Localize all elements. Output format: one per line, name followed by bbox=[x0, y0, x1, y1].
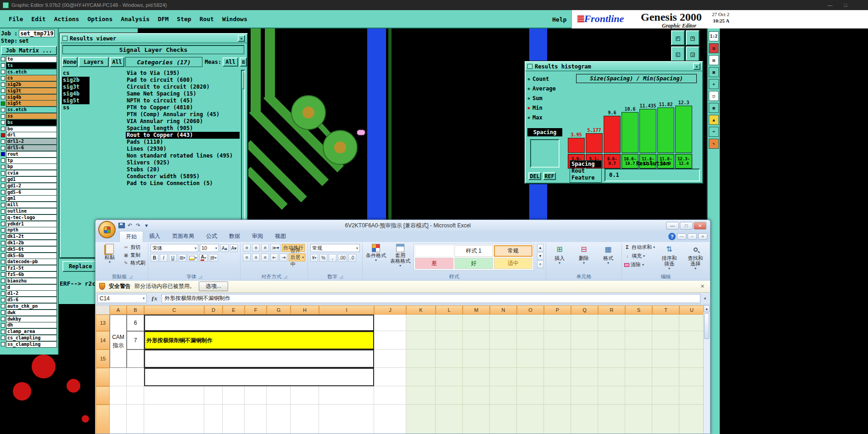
font-name-combo[interactable]: 宋体▾ bbox=[151, 244, 198, 252]
gallery-up-icon[interactable]: ▲ bbox=[537, 244, 543, 252]
excel-maximize-button[interactable]: □ bbox=[680, 222, 693, 230]
layer-checkbox[interactable] bbox=[1, 304, 5, 308]
cell[interactable] bbox=[110, 405, 127, 434]
cell[interactable] bbox=[204, 386, 223, 405]
clear-button[interactable]: 清除▾ bbox=[624, 261, 655, 268]
layer-row-bo[interactable]: bo bbox=[1, 126, 57, 132]
layer-row-sig3t[interactable]: sig3t bbox=[1, 88, 57, 94]
cell[interactable] bbox=[319, 405, 374, 434]
column-header-C[interactable]: C bbox=[144, 305, 204, 315]
cut-button[interactable]: ✂剪切 bbox=[123, 244, 146, 251]
layer-row-clamp_area[interactable]: clamp_area bbox=[1, 328, 57, 335]
insert-function-icon[interactable]: ƒx bbox=[148, 295, 160, 302]
layer-checkbox[interactable] bbox=[1, 222, 5, 226]
layer-row-dk5-6b[interactable]: dk5-6b bbox=[1, 253, 57, 259]
rv-scrollbar-thumb[interactable] bbox=[242, 72, 244, 89]
cell[interactable] bbox=[598, 386, 625, 405]
menu-item-file[interactable]: File bbox=[5, 16, 27, 23]
rv-category-10[interactable]: Pads (1110) bbox=[126, 139, 240, 146]
cell[interactable] bbox=[267, 386, 291, 405]
ref-button[interactable]: REF bbox=[543, 172, 556, 180]
font-dialog-launcher[interactable]: ◿ bbox=[199, 275, 202, 279]
layer-row-dh[interactable]: dh bbox=[1, 322, 57, 328]
histogram-bar[interactable]: 11.435 bbox=[639, 103, 656, 153]
layer-row-dk5-6t[interactable]: dk5-6t bbox=[1, 246, 57, 253]
layer-row-biaozhu[interactable]: biaozhu bbox=[1, 278, 57, 284]
excel-window[interactable]: ↶ ↷ ▾ 6V2KT0F6A0-预审指示 [兼容模式] - Microsoft… bbox=[95, 220, 711, 434]
column-header-O[interactable]: O bbox=[517, 305, 544, 315]
cell[interactable] bbox=[110, 386, 127, 405]
percent-style-button[interactable]: % bbox=[319, 254, 327, 262]
ribbon-tab-5[interactable]: 审阅 bbox=[246, 231, 269, 242]
rv-category-11[interactable]: Lines (2930) bbox=[126, 146, 240, 152]
cell[interactable] bbox=[291, 405, 319, 434]
rv-layer-sig2b[interactable]: sig2b bbox=[62, 77, 90, 84]
column-header-E[interactable]: E bbox=[223, 305, 245, 315]
layer-row-d1-2[interactable]: d1-2 bbox=[1, 290, 57, 297]
layer-row-sig5t[interactable]: sig5t bbox=[1, 101, 57, 107]
qat-dropdown-icon[interactable]: ▾ bbox=[143, 222, 150, 229]
job-name-field[interactable]: set_tmp719 bbox=[19, 30, 55, 37]
layer-checkbox[interactable] bbox=[1, 285, 5, 289]
cell[interactable] bbox=[598, 315, 625, 331]
style-gallery-item-4[interactable]: 适中 bbox=[494, 258, 532, 269]
layer-row-sig4b[interactable]: sig4b bbox=[1, 94, 57, 101]
cell[interactable] bbox=[127, 386, 144, 405]
cell[interactable] bbox=[517, 315, 544, 331]
layer-row-gd5-6[interactable]: gd5-6 bbox=[1, 189, 57, 196]
layer-row-rout[interactable]: rout bbox=[1, 151, 57, 158]
insert-cells-button[interactable]: ⊞插入▾ bbox=[549, 244, 571, 265]
rv-category-9[interactable]: Rout to Copper (443) bbox=[126, 132, 240, 139]
align-middle-icon[interactable]: ≡ bbox=[252, 244, 260, 252]
row-header-x3[interactable] bbox=[96, 368, 110, 386]
layer-checkbox[interactable] bbox=[1, 133, 5, 137]
layer-checkbox[interactable] bbox=[1, 171, 5, 175]
layer-row-drl1-2[interactable]: drl1-2 bbox=[1, 138, 57, 145]
resolution-value-field[interactable]: 0.1 bbox=[605, 169, 700, 181]
ribbon-tab-1[interactable]: 插入 bbox=[143, 231, 166, 242]
clipboard-dialog-launcher[interactable]: ◿ bbox=[129, 275, 133, 279]
cascade-windows-icon[interactable]: ◱ bbox=[671, 46, 685, 62]
fill-color-button[interactable]: ▾ bbox=[188, 254, 198, 262]
menu-item-edit[interactable]: Edit bbox=[27, 16, 50, 23]
cell[interactable] bbox=[374, 386, 406, 405]
histogram-bar[interactable]: 11.82 bbox=[657, 102, 674, 153]
decrease-indent-icon[interactable]: ⇤ bbox=[270, 254, 278, 261]
column-header-K[interactable]: K bbox=[406, 305, 436, 315]
cell[interactable] bbox=[127, 368, 144, 386]
cell[interactable] bbox=[598, 331, 625, 349]
layer-checkbox[interactable] bbox=[1, 152, 5, 156]
style-gallery-item-3[interactable]: 好 bbox=[454, 258, 493, 269]
cell[interactable] bbox=[463, 315, 490, 331]
menu-item-analysis[interactable]: Analysis bbox=[117, 16, 154, 23]
all-button[interactable]: All bbox=[110, 57, 124, 67]
cell[interactable] bbox=[144, 386, 204, 405]
cell[interactable] bbox=[267, 405, 291, 434]
cell[interactable] bbox=[245, 386, 267, 405]
cell[interactable] bbox=[463, 405, 490, 434]
histogram-bar[interactable]: 9.6 bbox=[604, 110, 621, 153]
cell[interactable] bbox=[571, 315, 598, 331]
format-cells-button[interactable]: ▦格式▾ bbox=[597, 244, 619, 265]
cell[interactable] bbox=[625, 386, 652, 405]
workbook-minimize-icon[interactable]: — bbox=[677, 233, 686, 240]
cell[interactable] bbox=[436, 331, 463, 349]
layer-checkbox[interactable] bbox=[1, 203, 5, 207]
tile-vertical-icon[interactable]: ◳ bbox=[686, 30, 700, 45]
menu-item-step[interactable]: Step bbox=[173, 16, 195, 23]
rv-category-2[interactable]: Circuit to circuit (2020) bbox=[126, 84, 240, 90]
layer-row-d5-6[interactable]: d5-6 bbox=[1, 297, 57, 303]
layer-checkbox[interactable] bbox=[1, 330, 5, 334]
rv-category-3[interactable]: Same Net Spacing (15) bbox=[126, 90, 240, 97]
layer-checkbox[interactable] bbox=[1, 272, 5, 276]
layer-checkbox[interactable] bbox=[1, 260, 5, 264]
histogram-titlebar[interactable]: Results histogram ✕ bbox=[526, 62, 702, 71]
help-icon[interactable]: ? bbox=[668, 233, 676, 240]
cell[interactable] bbox=[374, 315, 406, 331]
layer-checkbox[interactable] bbox=[1, 57, 5, 61]
row-header-14[interactable]: 14 bbox=[96, 331, 110, 349]
increase-indent-icon[interactable]: ⇥ bbox=[280, 254, 287, 261]
highlight-tool-icon[interactable]: ▥ bbox=[709, 43, 719, 53]
cell[interactable] bbox=[490, 368, 517, 386]
delete-cells-button[interactable]: ⊟删除▾ bbox=[573, 244, 595, 265]
